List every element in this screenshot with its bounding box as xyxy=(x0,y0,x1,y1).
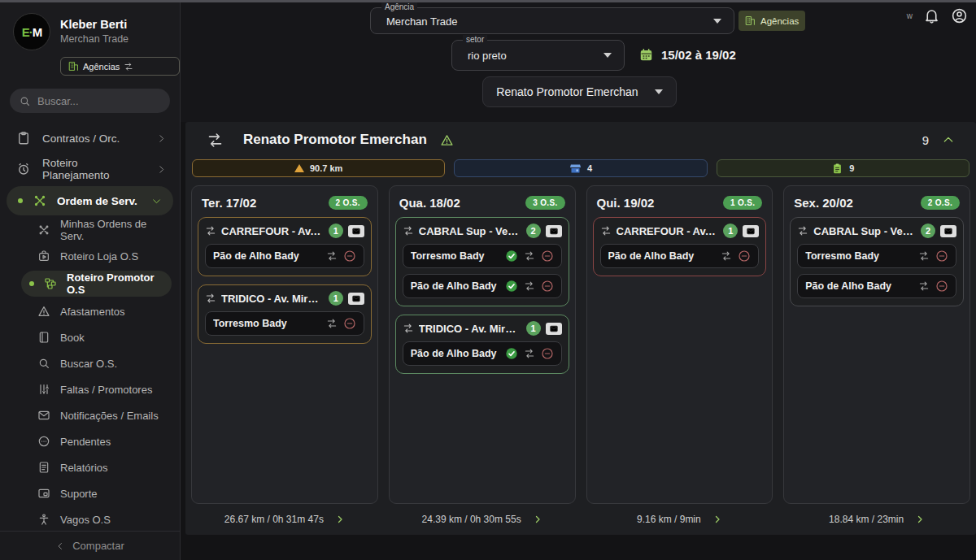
date-range-picker[interactable]: 15/02 à 19/02 xyxy=(638,47,736,63)
sidebar-item-label: Roteiro Promotor O.S xyxy=(67,271,163,296)
day-column-header: Qui. 19/021 O.S. xyxy=(591,190,769,217)
sidebar-item-faltas[interactable]: Faltas / Promotores xyxy=(0,376,180,402)
remove-icon[interactable] xyxy=(541,250,554,263)
sidebar-item-contratos[interactable]: Contratos / Orc. xyxy=(0,123,180,154)
envelope-icon[interactable] xyxy=(348,293,364,305)
day-label: Ter. 17/02 xyxy=(202,196,256,210)
os-item[interactable]: Pão de Alho Bady xyxy=(600,244,760,268)
remove-icon[interactable] xyxy=(343,317,356,330)
sidebar-item-label: Ordem de Serv. xyxy=(57,195,137,207)
agencias-button[interactable]: Agências xyxy=(60,57,180,76)
report-icon xyxy=(37,461,50,474)
sidebar-item-roteiro-promotor[interactable]: Roteiro Promotor O.S xyxy=(21,271,172,297)
sidebar-item-vagos[interactable]: Vagos O.S xyxy=(0,506,180,531)
os-item[interactable]: Pão de Alho Bady xyxy=(403,341,562,366)
compact-label: Compactar xyxy=(72,540,124,552)
sidebar-item-buscar-os[interactable]: Buscar O.S. xyxy=(0,350,180,376)
envelope-icon[interactable] xyxy=(546,323,562,335)
swap-icon[interactable] xyxy=(721,250,732,262)
store-card[interactable]: TRIDICO - Av. Mirassolandia1Pão de Alho … xyxy=(395,315,569,374)
account-icon[interactable] xyxy=(951,7,968,24)
swap-icon[interactable] xyxy=(326,250,338,262)
orders-value: 9 xyxy=(849,163,854,173)
envelope-icon[interactable] xyxy=(546,225,562,237)
watermark-text: w xyxy=(907,11,913,20)
os-item[interactable]: Pão de Alho Bady xyxy=(205,244,364,268)
bell-icon[interactable] xyxy=(923,7,940,24)
user-org: Merchan Trade xyxy=(60,33,129,45)
sidebar-search[interactable] xyxy=(10,89,170,113)
search-input[interactable] xyxy=(37,95,159,107)
sidebar-item-minhas-ordens[interactable]: Minhas Ordens de Serv. xyxy=(0,217,180,243)
store-card[interactable]: CABRAL Sup - Vetorazzo2Torresmo BadyPão … xyxy=(790,217,964,306)
os-count-badge: 3 O.S. xyxy=(525,196,564,210)
swap-icon[interactable] xyxy=(403,225,414,237)
swap-icon[interactable] xyxy=(918,280,930,292)
clipboard-icon xyxy=(831,163,843,175)
os-item[interactable]: Pão de Alho Bady xyxy=(403,274,562,298)
envelope-icon[interactable] xyxy=(348,225,364,237)
envelope-icon[interactable] xyxy=(743,225,759,237)
remove-icon[interactable] xyxy=(541,280,554,293)
swap-icon[interactable] xyxy=(403,323,414,334)
expand-route-icon[interactable] xyxy=(533,514,542,524)
remove-icon[interactable] xyxy=(935,280,948,293)
store-os-count-badge: 2 xyxy=(921,224,935,238)
store-name: CARREFOUR - Av. Tancredo... xyxy=(221,225,324,237)
swap-icon[interactable] xyxy=(205,225,216,237)
sidebar-item-suporte[interactable]: Suporte xyxy=(0,480,180,506)
sidebar-item-pendentes[interactable]: Pendentes xyxy=(0,428,180,454)
swap-icon[interactable] xyxy=(205,293,216,304)
remove-icon[interactable] xyxy=(541,347,554,360)
day-column: Qua. 18/023 O.S.CABRAL Sup - Vetorazzo2T… xyxy=(389,185,576,535)
sidebar-item-label: Minhas Ordens de Serv. xyxy=(60,218,167,242)
distance-value: 90.7 km xyxy=(310,163,342,173)
store-name: CABRAL Sup - Vetorazzo xyxy=(419,225,521,237)
swap-icon[interactable] xyxy=(524,348,535,359)
os-item[interactable]: Torresmo Bady xyxy=(403,244,562,268)
expand-route-icon[interactable] xyxy=(335,514,345,524)
chevron-up-icon[interactable] xyxy=(942,133,955,146)
swap-icon[interactable] xyxy=(600,225,612,237)
envelope-icon[interactable] xyxy=(940,225,956,237)
sidebar-item-book[interactable]: Book xyxy=(0,324,180,350)
remove-icon[interactable] xyxy=(738,250,751,263)
agencia-select[interactable]: Agência Merchan Trade xyxy=(370,7,734,34)
swap-icon[interactable] xyxy=(797,225,808,237)
day-label: Qua. 18/02 xyxy=(399,196,460,210)
sidebar-item-label: Relatórios xyxy=(60,462,108,474)
promoter-panel-header: Renato Promotor Emerchan 9 xyxy=(185,122,976,158)
remove-icon[interactable] xyxy=(343,250,356,263)
store-card-header: CABRAL Sup - Vetorazzo2 xyxy=(403,224,562,238)
compact-sidebar-button[interactable]: Compactar xyxy=(0,531,180,560)
app-logo: E·M xyxy=(13,13,50,50)
setor-select[interactable]: setor rio preto xyxy=(451,40,625,71)
sidebar-item-roteiro-loja[interactable]: Roteiro Loja O.S xyxy=(0,243,180,269)
sidebar-item-relatorios[interactable]: Relatórios xyxy=(0,454,180,480)
sidebar-item-ordem-de-serv[interactable]: Ordem de Serv. xyxy=(7,186,173,215)
swap-icon[interactable] xyxy=(524,250,535,262)
agencias-button-top[interactable]: Agências xyxy=(739,11,805,31)
os-item[interactable]: Torresmo Bady xyxy=(797,244,956,268)
os-item[interactable]: Pão de Alho Bady xyxy=(797,274,956,298)
store-card[interactable]: CARREFOUR - Av. Tancredo...1Pão de Alho … xyxy=(198,217,372,276)
swap-icon[interactable] xyxy=(918,250,930,262)
active-dot xyxy=(18,198,23,203)
store-card[interactable]: CABRAL Sup - Vetorazzo2Torresmo BadyPão … xyxy=(395,217,569,306)
store-card[interactable]: CARREFOUR - Av. Tancredo...1Pão de Alho … xyxy=(593,217,767,276)
expand-route-icon[interactable] xyxy=(712,514,722,524)
sidebar-item-afastamentos[interactable]: Afastamentos xyxy=(0,298,180,324)
os-item[interactable]: Torresmo Bady xyxy=(205,311,364,336)
sidebar-item-notificacoes[interactable]: Notificações / Emails xyxy=(0,402,180,428)
promoter-select[interactable]: Renato Promotor Emerchan xyxy=(482,76,677,107)
column-footer: 18.84 km / 23min xyxy=(783,504,970,535)
sidebar-item-roteiro-planejamento[interactable]: Roteiro Planejamento xyxy=(0,154,180,184)
remove-icon[interactable] xyxy=(935,250,948,263)
swap-icon[interactable] xyxy=(326,318,338,329)
swap-icon[interactable] xyxy=(524,280,535,292)
swap-icon[interactable] xyxy=(207,132,224,149)
setor-select-label: setor xyxy=(463,35,487,44)
store-name: CABRAL Sup - Vetorazzo xyxy=(813,225,916,237)
store-card[interactable]: TRIDICO - Av. Mirassolandia1Torresmo Bad… xyxy=(198,284,372,344)
expand-route-icon[interactable] xyxy=(915,514,925,524)
